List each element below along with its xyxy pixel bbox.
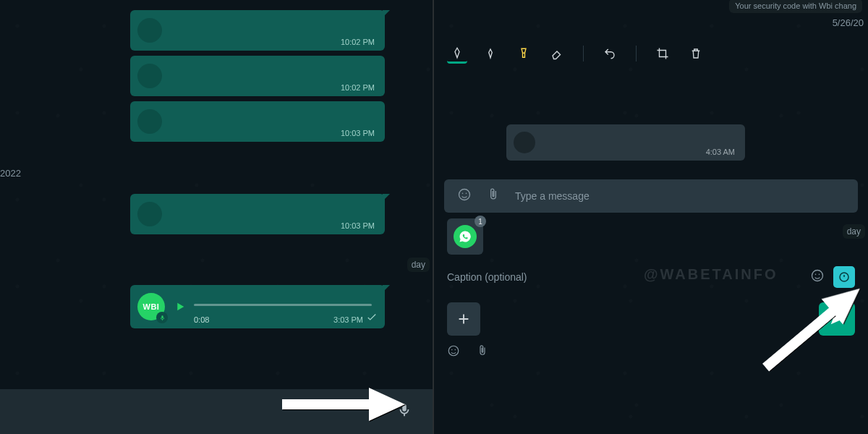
svg-point-7: [819, 274, 820, 276]
svg-point-4: [466, 193, 467, 195]
message-timestamp: 10:02 PM: [341, 38, 375, 46]
voice-waveform[interactable]: [194, 304, 372, 306]
message-input-bar: Type a message: [444, 179, 858, 213]
preview-timestamp: 4:03 AM: [706, 148, 735, 156]
sent-message[interactable]: 10:03 PM: [130, 194, 385, 234]
footer-icons: [447, 344, 489, 360]
compose-bar: [0, 389, 433, 434]
message-input[interactable]: Type a message: [515, 190, 590, 202]
view-once-button[interactable]: [833, 266, 855, 288]
eraser-tool[interactable]: [547, 43, 567, 64]
security-notice: Your security code with Wbi chang: [729, 0, 862, 13]
svg-point-2: [459, 190, 470, 200]
sent-message[interactable]: 10:02 PM: [130, 56, 385, 96]
date-divider: 5/26/20: [833, 17, 864, 28]
voice-message[interactable]: WBI 0:08 3:03 PM: [130, 285, 385, 328]
voice-elapsed-time: 0:08: [194, 315, 209, 324]
voice-timestamp: 3:03 PM: [333, 315, 363, 324]
attachment-count-badge: 1: [475, 216, 486, 227]
microphone-button[interactable]: [396, 402, 412, 421]
delivered-tick-icon: [367, 311, 376, 324]
message-attachment-thumb: [137, 202, 162, 226]
date-divider: 2022: [0, 168, 21, 179]
message-attachment-thumb: [137, 109, 162, 134]
pen-tool[interactable]: [447, 43, 467, 64]
message-timestamp: 10:03 PM: [341, 129, 375, 137]
svg-point-6: [815, 274, 817, 276]
reply-preview[interactable]: 4:03 AM: [506, 124, 745, 161]
add-media-button[interactable]: [447, 302, 480, 336]
message-timestamp: 10:03 PM: [341, 221, 375, 230]
svg-point-10: [451, 349, 453, 351]
crop-tool[interactable]: [652, 43, 673, 64]
svg-point-5: [812, 271, 823, 281]
media-editor-panel: Your security code with Wbi chang 5/26/2…: [434, 0, 868, 434]
send-button[interactable]: [819, 302, 855, 336]
toolbar-separator: [636, 46, 637, 61]
pen-thin-tool[interactable]: [480, 43, 501, 64]
chat-panel: 10:02 PM 10:02 PM 10:03 PM 2022 10:03 PM…: [0, 0, 434, 434]
chat-column: 10:02 PM 10:02 PM 10:03 PM 2022 10:03 PM…: [0, 0, 433, 389]
play-button[interactable]: [174, 300, 187, 313]
highlighter-tool[interactable]: [514, 43, 534, 64]
whatsapp-logo-icon: [454, 225, 477, 248]
attachment-thumbnail[interactable]: 1: [447, 218, 483, 255]
svg-point-3: [462, 193, 464, 195]
delete-button[interactable]: [686, 43, 706, 64]
mic-badge-icon: [156, 312, 168, 323]
attach-button[interactable]: [486, 187, 501, 205]
avatar-label: WBI: [143, 302, 160, 311]
day-divider: day: [407, 258, 430, 272]
sent-message[interactable]: 10:03 PM: [130, 101, 385, 142]
sent-message[interactable]: 10:02 PM: [130, 10, 385, 51]
message-attachment-thumb: [137, 64, 162, 88]
message-attachment-thumb: [137, 18, 162, 43]
attach-button[interactable]: [476, 344, 489, 360]
send-row: [447, 301, 855, 337]
emoji-button[interactable]: [457, 187, 472, 205]
caption-input[interactable]: Caption (optional): [447, 271, 810, 283]
drawing-toolbar: [447, 41, 706, 67]
undo-button[interactable]: [600, 43, 620, 64]
svg-point-9: [448, 346, 459, 356]
toolbar-separator: [583, 46, 584, 61]
preview-thumb: [514, 132, 535, 153]
emoji-button[interactable]: [447, 344, 460, 360]
svg-point-11: [455, 349, 456, 351]
voice-sender-avatar: WBI: [137, 293, 165, 320]
message-timestamp: 10:02 PM: [341, 83, 375, 92]
emoji-button[interactable]: [810, 268, 825, 286]
caption-row: Caption (optional): [447, 263, 855, 291]
day-divider: day: [843, 224, 865, 239]
